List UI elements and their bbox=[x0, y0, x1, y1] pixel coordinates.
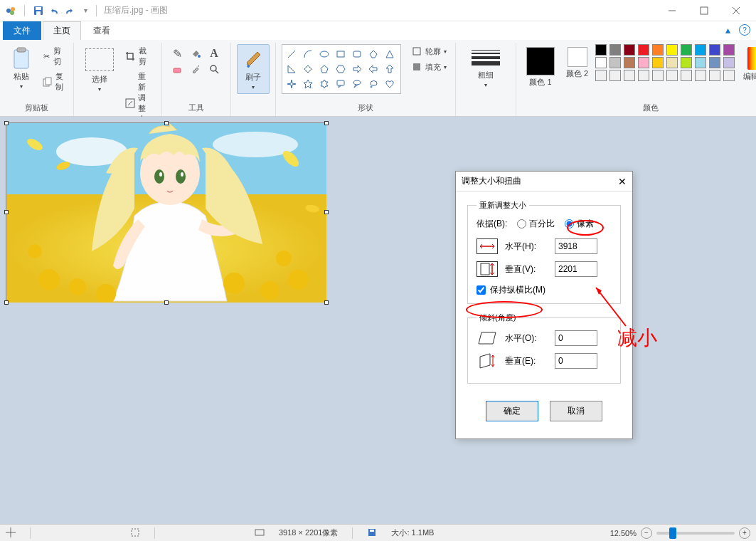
ok-button[interactable]: 确定 bbox=[486, 401, 538, 421]
color-swatch[interactable] bbox=[595, 70, 607, 81]
color-swatch[interactable] bbox=[681, 70, 692, 81]
resize-handle-ne[interactable] bbox=[324, 121, 329, 125]
shape-roundrect-icon[interactable] bbox=[351, 48, 363, 61]
stroke-button[interactable]: 粗细▾ bbox=[462, 44, 510, 91]
zoom-out-button[interactable]: − bbox=[641, 527, 652, 539]
shape-curve-icon[interactable] bbox=[302, 48, 314, 61]
color-swatch[interactable] bbox=[609, 57, 621, 68]
color-swatch[interactable] bbox=[723, 57, 735, 68]
radio-pixels[interactable]: 像素 bbox=[565, 218, 594, 230]
shape-star5-icon[interactable] bbox=[302, 78, 314, 90]
skew-h-input[interactable] bbox=[555, 330, 597, 346]
shape-callout-rect-icon[interactable] bbox=[334, 78, 347, 90]
resize-handle-e[interactable] bbox=[324, 210, 329, 214]
shape-star6-icon[interactable] bbox=[318, 78, 331, 90]
outline-button[interactable]: 轮廓 ▾ bbox=[408, 44, 449, 58]
close-button[interactable] bbox=[720, 1, 752, 21]
color-swatch[interactable] bbox=[695, 44, 706, 56]
tab-file[interactable]: 文件 bbox=[3, 21, 41, 40]
copy-button[interactable]: 复制 bbox=[40, 70, 68, 94]
resize-handle-sw[interactable] bbox=[4, 300, 9, 305]
color-swatch[interactable] bbox=[624, 44, 635, 56]
color-swatch[interactable] bbox=[681, 44, 692, 56]
color-swatch[interactable] bbox=[709, 44, 720, 56]
color-swatch[interactable] bbox=[681, 57, 692, 68]
shape-diamond-icon[interactable] bbox=[302, 63, 314, 75]
shape-polygon-icon[interactable] bbox=[367, 48, 380, 61]
horiz-input[interactable] bbox=[555, 238, 597, 254]
resize-handle-s[interactable] bbox=[164, 300, 169, 305]
color-swatch[interactable] bbox=[652, 57, 664, 68]
magnifier-icon[interactable] bbox=[208, 63, 220, 75]
shapes-gallery[interactable] bbox=[282, 44, 401, 94]
vert-input[interactable] bbox=[555, 261, 597, 277]
shape-callout-cloud-icon[interactable] bbox=[367, 78, 380, 90]
pencil-icon[interactable]: ✎ bbox=[171, 47, 183, 60]
color-swatch[interactable] bbox=[624, 57, 635, 68]
fill-icon[interactable] bbox=[189, 47, 202, 60]
skew-v-input[interactable] bbox=[555, 353, 597, 369]
text-icon[interactable]: A bbox=[208, 47, 220, 60]
shape-uarrow-icon[interactable] bbox=[383, 63, 396, 75]
color-swatch[interactable] bbox=[609, 70, 621, 81]
minimize-ribbon-icon[interactable]: ▴ bbox=[722, 24, 733, 36]
shape-rarrow-icon[interactable] bbox=[351, 63, 363, 75]
shape-triangle-icon[interactable] bbox=[383, 48, 396, 61]
resize-handle-nw[interactable] bbox=[4, 121, 9, 125]
color2-button[interactable]: 颜色 2 bbox=[562, 44, 592, 82]
color-swatch[interactable] bbox=[652, 70, 664, 81]
radio-percent[interactable]: 百分比 bbox=[517, 218, 555, 230]
color-swatch[interactable] bbox=[666, 44, 678, 56]
color-swatch[interactable] bbox=[638, 57, 649, 68]
color-swatch[interactable] bbox=[709, 57, 720, 68]
shape-rtriangle-icon[interactable] bbox=[285, 63, 298, 75]
shape-line-icon[interactable] bbox=[285, 48, 298, 61]
shape-star4-icon[interactable] bbox=[285, 78, 298, 90]
color-swatch[interactable] bbox=[723, 70, 735, 81]
shape-pentagon-icon[interactable] bbox=[318, 63, 331, 75]
help-icon[interactable]: ? bbox=[739, 24, 750, 36]
save-icon[interactable] bbox=[32, 4, 45, 17]
color-swatch[interactable] bbox=[609, 44, 621, 56]
color-swatch[interactable] bbox=[624, 70, 635, 81]
select-button[interactable]: 选择▾ bbox=[80, 44, 119, 95]
cut-button[interactable]: ✂剪切 bbox=[40, 44, 68, 68]
color-swatch[interactable] bbox=[666, 57, 678, 68]
shape-callout-oval-icon[interactable] bbox=[351, 78, 363, 90]
tab-view[interactable]: 查看 bbox=[82, 21, 121, 40]
shape-rect-icon[interactable] bbox=[334, 48, 347, 61]
color-swatch[interactable] bbox=[695, 70, 706, 81]
dialog-close-button[interactable]: ✕ bbox=[618, 176, 627, 187]
eraser-icon[interactable] bbox=[171, 63, 183, 75]
color-swatch[interactable] bbox=[709, 70, 720, 81]
paste-button[interactable]: 粘贴▾ bbox=[6, 44, 37, 93]
maximize-button[interactable] bbox=[688, 1, 720, 21]
color-swatch[interactable] bbox=[652, 44, 664, 56]
shape-heart-icon[interactable] bbox=[383, 78, 396, 90]
shape-hexagon-icon[interactable] bbox=[334, 63, 347, 75]
color1-button[interactable]: 颜色 1 bbox=[522, 44, 559, 90]
canvas-area[interactable] bbox=[0, 117, 756, 524]
shape-oval-icon[interactable] bbox=[318, 48, 331, 61]
color-swatch[interactable] bbox=[723, 44, 735, 56]
minimize-button[interactable] bbox=[656, 1, 688, 21]
undo-icon[interactable] bbox=[48, 4, 60, 17]
resize-handle-w[interactable] bbox=[4, 210, 9, 214]
color-swatch[interactable] bbox=[666, 70, 678, 81]
shape-larrow-icon[interactable] bbox=[367, 63, 380, 75]
canvas-image[interactable] bbox=[6, 122, 326, 302]
eyedropper-icon[interactable] bbox=[189, 63, 202, 75]
edit-colors-button[interactable]: 编辑颜色 bbox=[739, 44, 756, 85]
color-swatch[interactable] bbox=[638, 44, 649, 56]
color-swatch[interactable] bbox=[638, 70, 649, 81]
tab-home[interactable]: 主页 bbox=[43, 21, 81, 40]
resize-handle-se[interactable] bbox=[324, 300, 329, 305]
zoom-slider[interactable] bbox=[656, 532, 735, 535]
color-swatch[interactable] bbox=[695, 57, 706, 68]
color-swatch[interactable] bbox=[595, 44, 607, 56]
aspect-checkbox[interactable]: 保持纵横比(M) bbox=[477, 284, 612, 296]
crop-button[interactable]: 裁剪 bbox=[122, 44, 156, 68]
color-swatch[interactable] bbox=[595, 57, 607, 68]
color-palette[interactable] bbox=[595, 44, 736, 81]
dialog-titlebar[interactable]: 调整大小和扭曲 ✕ bbox=[456, 172, 632, 191]
